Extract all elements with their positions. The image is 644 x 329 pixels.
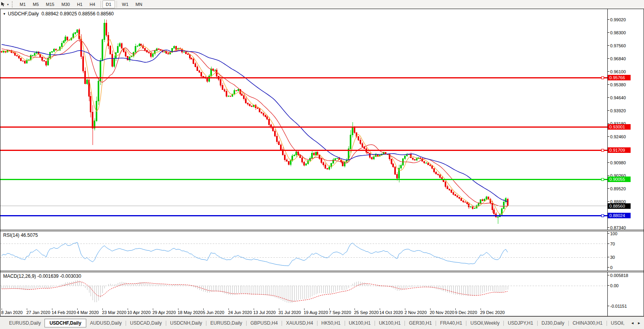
chart-tab-eurusd-daily[interactable]: EURUSD,Daily bbox=[6, 319, 45, 327]
candle-body bbox=[87, 80, 88, 84]
line-drag-handle[interactable] bbox=[601, 178, 604, 181]
candle-body bbox=[426, 163, 427, 164]
candle-body bbox=[290, 161, 291, 164]
macd-histogram bbox=[2, 280, 508, 303]
candle-body bbox=[241, 94, 243, 96]
candle-body bbox=[251, 106, 252, 106]
date-axis[interactable]: 8 Jan 202027 Jan 202014 Feb 20204 Mar 20… bbox=[0, 309, 644, 316]
chart-tab-eurusd-daily[interactable]: EURUSD,Daily bbox=[207, 319, 246, 327]
chart-tab-fra40-h1[interactable]: FRA40,H1 bbox=[436, 319, 466, 327]
candle-body bbox=[369, 153, 371, 157]
level-price-badge: 0.91709 bbox=[608, 147, 631, 153]
chart-tab-audusd-daily[interactable]: AUDUSD,Daily bbox=[86, 319, 125, 327]
timeframe-button-m15[interactable]: M15 bbox=[43, 0, 58, 8]
timeframe-buttons: M1M5M15M30H1H4D1W1MN bbox=[16, 0, 146, 8]
chart-tab-xauusd-h4[interactable]: XAUUSD,H4 bbox=[282, 319, 317, 327]
crosshair-tool-button[interactable]: ▾ bbox=[0, 2, 10, 7]
candle-body bbox=[284, 155, 286, 160]
chart-tab-gbpusd-h4[interactable]: GBPUSD,H4 bbox=[247, 319, 281, 327]
candle-body bbox=[445, 182, 446, 187]
chart-tab-usdcad-daily[interactable]: USDCAD,Daily bbox=[126, 319, 165, 327]
candle-body bbox=[329, 167, 330, 169]
current-price-badge: 0.88560 bbox=[608, 203, 631, 209]
collapse-triangle-icon[interactable]: ▼ bbox=[3, 12, 6, 16]
timeframe-toolbar: ▾ M1M5M15M30H1H4D1W1MN bbox=[0, 0, 644, 9]
candle-body bbox=[367, 152, 369, 153]
chart-tab-usoil-[interactable]: USOil, bbox=[607, 319, 627, 327]
tab-scroll-left-icon[interactable]: ◄ bbox=[631, 321, 634, 325]
candle-body bbox=[234, 91, 235, 94]
candle-body bbox=[288, 161, 290, 164]
main-chart-pane[interactable]: ▼USDCHF,Daily 0.88942 0.89025 0.88556 0.… bbox=[0, 9, 644, 230]
chart-tab-ger30-h1[interactable]: GER30,H1 bbox=[405, 319, 435, 327]
candle-body bbox=[416, 158, 418, 160]
candle-body bbox=[397, 174, 398, 178]
candle-body bbox=[480, 200, 481, 204]
line-drag-handle[interactable] bbox=[601, 149, 604, 152]
line-drag-handle[interactable] bbox=[601, 77, 604, 79]
candle-body bbox=[75, 32, 76, 33]
chart-tab-uk100-h1[interactable]: UK100,H1 bbox=[345, 319, 374, 327]
timeframe-button-h4[interactable]: H4 bbox=[86, 0, 98, 8]
timeframe-button-m1[interactable]: M1 bbox=[16, 0, 29, 8]
rsi-plot[interactable] bbox=[0, 231, 607, 271]
candle-body bbox=[335, 158, 336, 160]
candle-body bbox=[360, 140, 361, 144]
timeframe-button-w1[interactable]: W1 bbox=[119, 0, 132, 8]
line-drag-handle[interactable] bbox=[601, 215, 604, 217]
candle-body bbox=[395, 167, 396, 174]
price-tick-label: 0.94640 bbox=[610, 95, 626, 100]
candle-body bbox=[65, 37, 66, 41]
date-tick-label: 7 Sep 2020 bbox=[329, 310, 351, 315]
chart-tab-usdjpy-h1[interactable]: USDJPY,H1 bbox=[504, 319, 536, 327]
mt4-terminal: ▾ M1M5M15M30H1H4D1W1MN ▼USDCHF,Daily 0.8… bbox=[0, 0, 644, 329]
chart-tab-usdcnh-daily[interactable]: USDCNH,Daily bbox=[167, 319, 206, 327]
candle-body bbox=[461, 198, 462, 201]
tab-scroll-right-icon[interactable]: ► bbox=[637, 321, 641, 325]
chart-tab-china300-h1[interactable]: CHINA300,H1 bbox=[569, 319, 606, 327]
candle-body bbox=[32, 56, 33, 56]
price-tick-label: 0.99020 bbox=[610, 17, 626, 22]
chart-tab-usoil-weekly[interactable]: USOil,Weekly bbox=[467, 319, 503, 327]
candle-body bbox=[193, 59, 194, 64]
rsi-line bbox=[2, 242, 508, 266]
candle-body bbox=[393, 164, 394, 167]
chart-symbol-period: USDCHF,Daily bbox=[8, 11, 39, 17]
candle-body bbox=[494, 210, 495, 214]
candle-body bbox=[30, 56, 32, 60]
toolbar-grip bbox=[12, 1, 14, 7]
candle-body bbox=[24, 61, 26, 63]
price-tick-label: 0.96100 bbox=[610, 69, 626, 74]
crosshair-tool-icon bbox=[0, 2, 6, 7]
candle-body bbox=[323, 163, 324, 165]
candle-body bbox=[230, 96, 231, 96]
candlestick-plot[interactable] bbox=[0, 9, 607, 230]
timeframe-button-d1[interactable]: D1 bbox=[102, 0, 115, 8]
candle-body bbox=[186, 52, 187, 54]
candle-body bbox=[457, 196, 458, 197]
timeframe-button-m30[interactable]: M30 bbox=[58, 0, 73, 8]
date-tick-label: 5 Jun 2020 bbox=[203, 310, 224, 315]
chart-tab-dj30-daily[interactable]: DJ30,Daily bbox=[538, 319, 568, 327]
macd-plot[interactable] bbox=[0, 272, 607, 309]
macd-pane[interactable]: MACD(12,26,9) -0.001639 -0.003030 0.0058… bbox=[0, 272, 644, 309]
candle-body bbox=[48, 58, 49, 65]
candle-body bbox=[63, 41, 65, 43]
candle-body bbox=[337, 158, 338, 158]
rsi-pane[interactable]: RSI(14) 46.5075 10070300 bbox=[0, 231, 644, 271]
candle-body bbox=[447, 186, 448, 189]
timeframe-button-m5[interactable]: M5 bbox=[29, 0, 42, 8]
chart-tab-uk100-h1[interactable]: UK100,H1 bbox=[375, 319, 404, 327]
candle-body bbox=[459, 197, 460, 198]
chart-tab-hk50-h1[interactable]: HK50,H1 bbox=[318, 319, 344, 327]
chart-tab-usdchf-daily[interactable]: USDCHF,Daily bbox=[45, 319, 87, 327]
candle-body bbox=[54, 49, 55, 51]
timeframe-button-h1[interactable]: H1 bbox=[73, 0, 86, 8]
toolbar-separator bbox=[117, 1, 117, 8]
timeframe-button-mn[interactable]: MN bbox=[132, 0, 146, 8]
down-candles-layer bbox=[1, 20, 509, 218]
candle-body bbox=[166, 52, 167, 54]
candle-body bbox=[306, 164, 307, 165]
candle-body bbox=[453, 192, 454, 195]
chevron-down-icon[interactable]: ▾ bbox=[7, 3, 9, 6]
